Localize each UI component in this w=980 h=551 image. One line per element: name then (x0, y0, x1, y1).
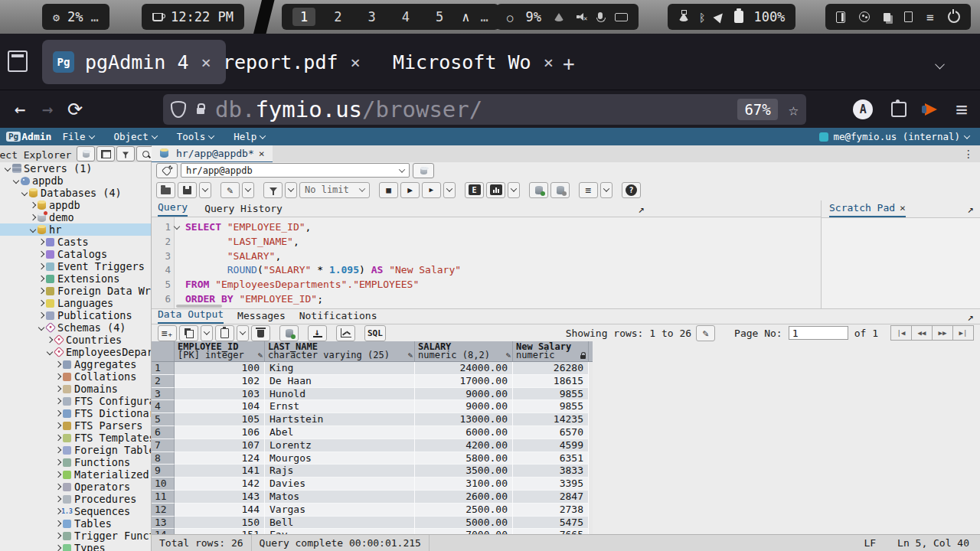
database-list-button[interactable] (77, 146, 95, 161)
tree-item-fts-configurations[interactable]: FTS Configurations (0, 395, 151, 407)
new-tab-button[interactable]: + (563, 52, 575, 75)
row-number-cell[interactable]: 2 (152, 375, 175, 388)
tree-item-casts[interactable]: Casts (0, 236, 151, 248)
extensions-icon[interactable] (891, 102, 906, 117)
cell-last_name[interactable]: Ernst (265, 400, 415, 413)
cell-employee_id[interactable]: 100 (175, 362, 265, 375)
new-connection-button[interactable] (413, 163, 434, 178)
tree-expand-toggle[interactable] (37, 240, 45, 244)
user-menu[interactable]: me@fymio.us (internal) (819, 131, 980, 142)
editor-hscrollbar[interactable] (176, 305, 222, 308)
tree-collapse-toggle[interactable] (11, 178, 20, 183)
zoom-level-badge[interactable]: 67% (737, 99, 777, 120)
tree-item-fts-dictionaries[interactable]: FTS Dictionaries (0, 407, 151, 419)
tree-collapse-toggle[interactable] (45, 350, 54, 354)
close-tab-icon[interactable]: × (544, 53, 554, 72)
cell-last_name[interactable]: De Haan (265, 375, 415, 388)
row-number-cell[interactable]: 1 (152, 362, 175, 375)
menu-help[interactable]: Help (234, 131, 265, 142)
tree-expand-toggle[interactable] (54, 411, 62, 416)
prev-page-button[interactable]: ◀◀ (911, 325, 933, 341)
row-number-cell[interactable]: 7 (152, 439, 175, 452)
expand-icon[interactable]: ↗ (639, 203, 645, 215)
sql-code[interactable]: SELECT "EMPLOYEE_ID", "LAST_NAME", "SALA… (175, 217, 461, 308)
cell-new-salary[interactable]: 26280 (513, 362, 589, 375)
browser-tab-1[interactable]: PgpgAdmin 4× (42, 40, 226, 84)
tree-expand-toggle[interactable] (54, 533, 62, 538)
filter-button[interactable] (116, 146, 135, 161)
tray-system[interactable] (825, 4, 971, 30)
row-number-cell[interactable]: 11 (152, 491, 175, 504)
copy-button[interactable] (179, 325, 198, 341)
tree-item-tables[interactable]: Tables (0, 517, 151, 530)
cell-employee_id[interactable]: 150 (175, 517, 265, 530)
tree-item-appdb[interactable]: appdb (0, 199, 151, 211)
delete-button[interactable] (251, 325, 270, 341)
cpu-widget[interactable]: 2% … (42, 4, 109, 30)
tree-expand-toggle[interactable] (54, 460, 62, 465)
tree-expand-toggle[interactable] (54, 362, 62, 367)
tree-item-databases-4-[interactable]: Databases (4) (0, 187, 151, 199)
cell-employee_id[interactable]: 143 (175, 491, 265, 504)
tree-expand-toggle[interactable] (54, 374, 62, 379)
row-number-cell[interactable]: 3 (152, 388, 175, 401)
cell-last_name[interactable]: Matos (265, 491, 415, 504)
close-tab-icon[interactable]: × (201, 53, 211, 72)
tree-collapse-toggle[interactable] (28, 227, 37, 232)
tree-item-collations[interactable]: Collations (0, 370, 151, 383)
cell-salary[interactable]: 5800.00 (415, 452, 513, 465)
tree-expand-toggle[interactable] (37, 301, 45, 305)
tab-query[interactable]: Query (158, 201, 188, 217)
explain-button[interactable]: E (465, 182, 484, 198)
tree-collapse-toggle[interactable] (20, 191, 28, 195)
tree-expand-toggle[interactable] (54, 399, 62, 403)
row-number-cell[interactable]: 14 (152, 529, 175, 534)
tree-item-hr[interactable]: hr (0, 223, 151, 236)
tree-expand-toggle[interactable] (54, 521, 62, 526)
tree-expand-toggle[interactable] (54, 484, 62, 489)
cell-salary[interactable]: 9000.00 (415, 388, 513, 401)
cell-last_name[interactable]: Mourgos (265, 452, 415, 465)
paste-button[interactable] (215, 325, 234, 341)
column-header-last_name[interactable]: LAST_NAMEcharacter varying (25)✎ (265, 341, 415, 361)
tree-expand-toggle[interactable] (37, 313, 45, 318)
cell-new-salary[interactable]: 9855 (513, 400, 589, 413)
tree-item-domains[interactable]: Domains (0, 383, 151, 395)
cell-new-salary[interactable]: 5475 (513, 517, 589, 530)
cell-salary[interactable]: 9000.00 (415, 400, 513, 413)
tree-expand-toggle[interactable] (54, 423, 62, 428)
tree-item-appdb[interactable]: appdb (0, 174, 151, 187)
cell-new-salary[interactable]: 14235 (513, 413, 589, 426)
explain-analyze-button[interactable] (486, 182, 505, 198)
edit-button[interactable] (220, 182, 240, 198)
cell-salary[interactable]: 13000.00 (415, 413, 513, 426)
tree-expand-toggle[interactable] (37, 289, 45, 293)
tab-query-history[interactable]: Query History (204, 203, 283, 217)
tree-collapse-toggle[interactable] (37, 325, 45, 330)
add-row-button[interactable] (158, 325, 177, 341)
close-icon[interactable]: × (900, 202, 906, 214)
connection-status-button[interactable] (156, 163, 178, 178)
row-number-cell[interactable]: 9 (152, 465, 175, 478)
tab-overview-icon[interactable] (8, 51, 28, 72)
tree-item-foreign-tables[interactable]: Foreign Tables (0, 444, 151, 456)
explain-analyze-dropdown[interactable] (508, 182, 520, 198)
tree-expand-toggle[interactable] (54, 386, 62, 391)
back-button[interactable]: ← (6, 99, 34, 120)
tree-item-employeesdepartments[interactable]: EmployeesDepartments (0, 346, 151, 358)
tree-item-aggregates[interactable]: Aggregates (0, 358, 151, 370)
cell-employee_id[interactable]: 144 (175, 504, 265, 517)
tree-collapse-toggle[interactable] (3, 166, 11, 171)
row-number-cell[interactable]: 6 (152, 426, 175, 439)
tree-item-types[interactable]: Types (0, 542, 151, 551)
cell-last_name[interactable]: Bell (265, 517, 415, 530)
cell-new-salary[interactable]: 3833 (513, 465, 589, 478)
address-bar[interactable]: db.fymio.us/browser/ 67% ☆ (163, 94, 806, 125)
row-number-cell[interactable]: 12 (152, 504, 175, 517)
workspace-1[interactable]: 1 (292, 8, 315, 26)
row-number-cell[interactable]: 10 (152, 478, 175, 491)
macros-dropdown[interactable] (600, 182, 612, 198)
row-number-cell[interactable]: 4 (152, 400, 175, 413)
close-tab-icon[interactable]: × (259, 148, 265, 159)
tray-status[interactable]: 100% (668, 4, 795, 30)
